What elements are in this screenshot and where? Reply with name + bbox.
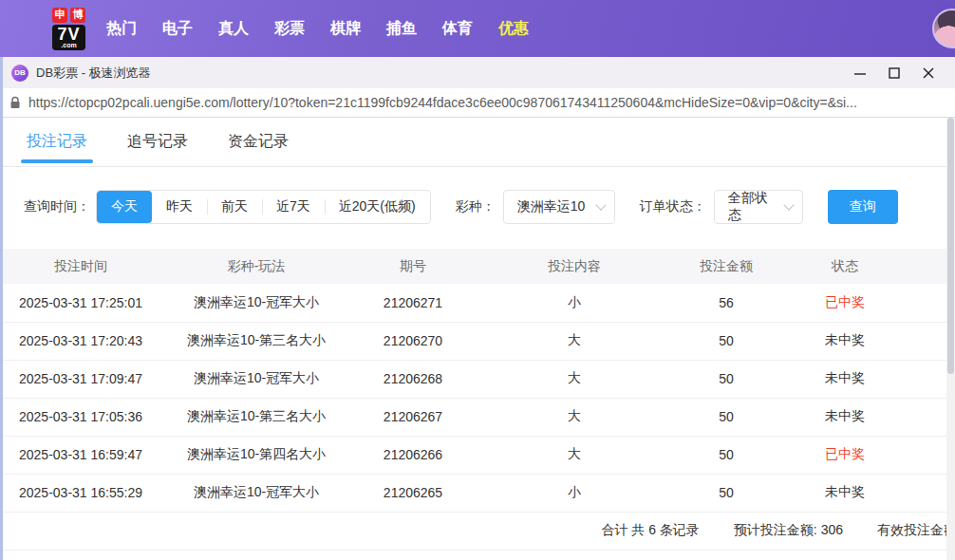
cell-bet-amount: 50 <box>674 398 778 436</box>
bet-records-table: 投注时间彩种-玩法期号投注内容投注金额状态 2025-03-31 17:25:0… <box>0 249 955 513</box>
maximize-icon <box>889 67 900 79</box>
cell-bet-amount: 50 <box>674 474 778 512</box>
table-row: 2025-03-31 17:09:47 澳洲幸运10-冠军大小 21206268… <box>0 360 955 398</box>
nav-item[interactable]: 热门 <box>106 19 137 39</box>
browser-urlbar[interactable]: https://ctopcp02pcali.uengi5e.com/lotter… <box>0 88 955 118</box>
record-tab[interactable]: 追号记录 <box>127 118 188 166</box>
site-favicon: DB <box>11 65 28 82</box>
close-button[interactable] <box>911 61 946 85</box>
bet-table-body: 2025-03-31 17:25:01 澳洲幸运10-冠军大小 21206271… <box>0 284 955 512</box>
chevron-down-icon <box>595 199 606 210</box>
cell-game-play: 澳洲幸运10-第四名大小 <box>161 436 351 474</box>
cell-status: 已中奖 <box>778 436 911 474</box>
nav-item[interactable]: 优惠 <box>498 19 529 39</box>
order-status-select[interactable]: 全部状态 <box>714 190 803 224</box>
nav-item[interactable]: 彩票 <box>274 19 305 39</box>
cell-bet-content: 小 <box>475 284 674 322</box>
cell-bet-time: 2025-03-31 17:25:01 <box>0 284 161 322</box>
lottery-filter-label: 彩种： <box>456 198 496 215</box>
lottery-select-value: 澳洲幸运10 <box>517 198 586 215</box>
table-row: 2025-03-31 17:25:01 澳洲幸运10-冠军大小 21206271… <box>0 284 955 322</box>
page-scrollbar[interactable] <box>946 118 955 560</box>
time-filter-group: 今天昨天前天近7天近20天(低频) <box>96 190 431 224</box>
record-tabs: 投注记录追号记录资金记录 <box>0 118 955 167</box>
cell-bet-content: 大 <box>475 398 674 436</box>
cell-status: 未中奖 <box>778 474 911 512</box>
cell-status: 未中奖 <box>778 360 911 398</box>
table-header-cell: 状态 <box>778 249 911 284</box>
cell-issue-number: 21206266 <box>351 436 475 474</box>
cell-bet-time: 2025-03-31 16:55:29 <box>0 474 161 512</box>
cell-status: 已中奖 <box>778 284 911 322</box>
close-icon <box>923 67 934 79</box>
summary-estimated-amount: 预计投注金额: 306 <box>734 522 843 539</box>
browser-titlebar: DB DB彩票 - 极速浏览器 <box>0 57 955 88</box>
cell-bet-content: 大 <box>475 360 674 398</box>
cell-game-play: 澳洲幸运10-冠军大小 <box>161 474 351 512</box>
table-header-row: 投注时间彩种-玩法期号投注内容投注金额状态 <box>0 249 955 284</box>
cell-bet-content: 小 <box>475 474 674 512</box>
lock-icon[interactable] <box>9 96 21 109</box>
chevron-down-icon <box>783 199 794 210</box>
url-text: https://ctopcp02pcali.uengi5e.com/lotter… <box>28 95 857 110</box>
time-filter-option[interactable]: 前天 <box>207 191 262 223</box>
logo-badge: 申 <box>52 8 67 23</box>
cell-bet-time: 2025-03-31 17:09:47 <box>0 360 161 398</box>
cell-bet-amount: 56 <box>674 284 778 322</box>
page-content: 投注记录追号记录资金记录 查询时间： 今天昨天前天近7天近20天(低频) 彩种：… <box>0 118 955 560</box>
cell-issue-number: 21206267 <box>351 398 475 436</box>
cell-bet-amount: 50 <box>674 360 778 398</box>
cell-bet-content: 大 <box>475 322 674 360</box>
time-filter-option[interactable]: 昨天 <box>152 191 207 223</box>
nav-item[interactable]: 捕鱼 <box>386 19 417 39</box>
nav-item[interactable]: 体育 <box>442 19 473 39</box>
summary-total: 合计 共 6 条记录 <box>601 522 699 539</box>
site-navbar: 申 博 7V .com 热门电子真人彩票棋牌捕鱼体育优惠 <box>0 0 955 57</box>
cell-issue-number: 21206268 <box>351 360 475 398</box>
record-tab[interactable]: 投注记录 <box>27 118 87 166</box>
cell-status: 未中奖 <box>778 398 911 436</box>
minimize-icon <box>854 67 866 79</box>
site-logo[interactable]: 申 博 7V .com <box>52 8 85 50</box>
logo-badge: 博 <box>70 8 85 23</box>
cell-bet-amount: 50 <box>674 322 778 360</box>
order-status-filter-label: 订单状态： <box>640 198 706 215</box>
nav-item[interactable]: 棋牌 <box>330 19 361 39</box>
cell-game-play: 澳洲幸运10-冠军大小 <box>161 284 351 322</box>
time-filter-option[interactable]: 近7天 <box>262 191 325 223</box>
user-avatar[interactable] <box>932 9 955 48</box>
site-nav-menu: 热门电子真人彩票棋牌捕鱼体育优惠 <box>106 19 529 39</box>
search-button[interactable]: 查询 <box>828 190 898 224</box>
cell-bet-time: 2025-03-31 17:20:43 <box>0 322 161 360</box>
table-header-cell: 投注内容 <box>475 249 674 284</box>
cell-bet-content: 大 <box>475 436 674 474</box>
logo-brand: 7V <box>57 26 80 43</box>
record-tab[interactable]: 资金记录 <box>228 118 289 166</box>
cell-game-play: 澳洲幸运10-第三名大小 <box>161 398 351 436</box>
maximize-button[interactable] <box>877 61 911 85</box>
summary-valid-amount: 有效投注金额 <box>877 522 955 539</box>
cell-game-play: 澳洲幸运10-第三名大小 <box>161 322 351 360</box>
minimize-button[interactable] <box>843 61 877 85</box>
time-filter-option[interactable]: 近20天(低频) <box>325 191 430 223</box>
lottery-select[interactable]: 澳洲幸运10 <box>503 190 615 224</box>
cell-bet-amount: 50 <box>674 436 778 474</box>
window-title: DB彩票 - 极速浏览器 <box>36 65 151 82</box>
filter-bar: 查询时间： 今天昨天前天近7天近20天(低频) 彩种： 澳洲幸运10 订单状态：… <box>24 190 955 224</box>
window-edge <box>0 57 3 560</box>
nav-item[interactable]: 真人 <box>218 19 249 39</box>
nav-item[interactable]: 电子 <box>162 19 193 39</box>
time-filter-option[interactable]: 今天 <box>97 191 152 223</box>
cell-issue-number: 21206270 <box>351 322 475 360</box>
cell-bet-time: 2025-03-31 17:05:36 <box>0 398 161 436</box>
cell-bet-time: 2025-03-31 16:59:47 <box>0 436 161 474</box>
summary-bar: 合计 共 6 条记录 预计投注金额: 306 有效投注金额 <box>0 513 955 551</box>
cell-game-play: 澳洲幸运10-冠军大小 <box>161 360 351 398</box>
table-header-cell: 投注金额 <box>674 249 778 284</box>
cell-issue-number: 21206265 <box>351 474 475 512</box>
order-status-select-value: 全部状态 <box>728 190 777 224</box>
scrollbar-thumb[interactable] <box>947 118 954 374</box>
table-row: 2025-03-31 16:55:29 澳洲幸运10-冠军大小 21206265… <box>0 474 955 512</box>
table-row: 2025-03-31 17:05:36 澳洲幸运10-第三名大小 2120626… <box>0 398 955 436</box>
table-row: 2025-03-31 16:59:47 澳洲幸运10-第四名大小 2120626… <box>0 436 955 474</box>
